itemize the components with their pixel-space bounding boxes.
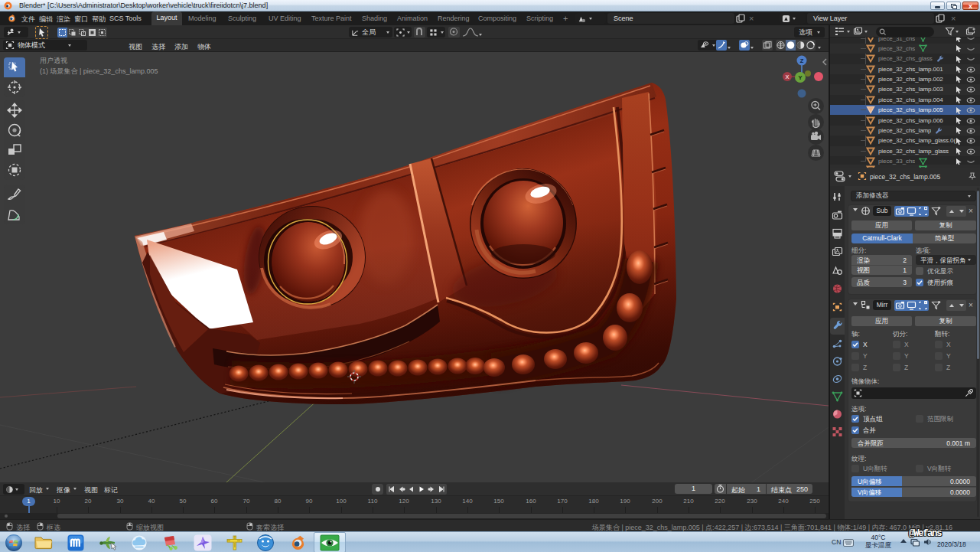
svg-text:Y: Y (798, 74, 802, 81)
svg-text:X: X (785, 73, 789, 80)
svg-text:Z: Z (800, 57, 804, 64)
